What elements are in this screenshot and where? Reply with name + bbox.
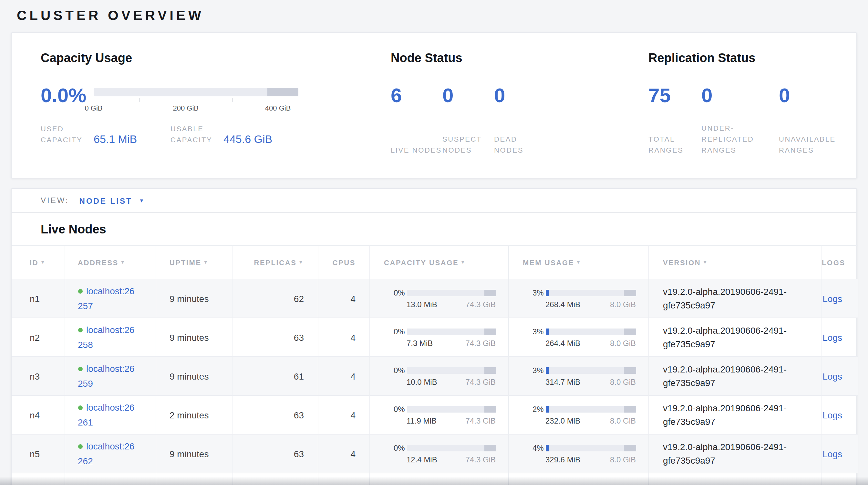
node-status-section: Node Status 6 LIVE NODES 0 SUSPECT NODES… [391, 51, 546, 156]
node-capacity-cell: 0% 7.3 MiB 74.3 GiB [369, 318, 508, 356]
memory-bar-reserved-segment [624, 367, 636, 373]
column-header[interactable]: VERSION▼ [648, 246, 821, 279]
node-live-status-icon [78, 444, 82, 449]
node-version: v19.2.0-alpha.20190606-2491-gfe735c9a97 [663, 363, 789, 390]
capacity-total-value: 74.3 GiB [466, 339, 496, 348]
node-address-link[interactable]: localhost:26259 [78, 364, 134, 388]
node-row: n4 localhost:26261 2 minutes 63 4 0% [11, 395, 858, 434]
capacity-percent: 0% [394, 443, 407, 452]
memory-bar-fill [546, 328, 549, 335]
memory-used-value: 314.7 MiB [546, 377, 580, 387]
node-uptime: 9 minutes [169, 371, 209, 381]
node-logs-cell: Logs [821, 279, 858, 318]
node-id: n2 [30, 332, 40, 342]
capacity-bar-reserved-segment [268, 88, 299, 96]
capacity-used-value: 12.4 MiB [407, 455, 437, 464]
node-cpus: 4 [350, 332, 355, 342]
memory-used-value: 264.4 MiB [546, 339, 580, 348]
memory-bar-reserved-segment [624, 289, 636, 296]
live-nodes-table: ID▼ ADDRESS▼ UPTIME▼ REPLICAS▼ CPUS▼ CAP… [11, 245, 858, 485]
node-id: n4 [30, 410, 40, 420]
cluster-overview-page: CLUSTER OVERVIEW Capacity Usage 0.0% 0 G… [0, 0, 868, 485]
node-logs-link[interactable]: Logs [823, 449, 842, 459]
node-logs-link[interactable]: Logs [823, 293, 842, 304]
usable-capacity-label: USABLE CAPACITY [170, 123, 223, 145]
sort-caret-icon: ▼ [204, 260, 209, 264]
node-address-link[interactable]: localhost:26258 [78, 325, 134, 349]
node-uptime: 9 minutes [169, 449, 209, 459]
node-id-cell: n2 [11, 318, 65, 356]
column-header[interactable]: CPUS▼ [318, 246, 369, 279]
node-logs-link[interactable]: Logs [823, 371, 842, 381]
capacity-usage-bar [407, 367, 496, 373]
node-status-stat: 0 SUSPECT NODES [442, 85, 494, 156]
view-dropdown-value: NODE LIST [80, 197, 132, 206]
node-list-card: VIEW: NODE LIST ▼ Live Nodes ID▼ ADDRESS… [11, 188, 857, 485]
column-header[interactable]: ADDRESS▼ [65, 246, 156, 279]
node-address-link[interactable]: localhost:26262 [78, 441, 134, 466]
capacity-percent: 0% [394, 327, 407, 336]
node-uptime-cell: 9 minutes [156, 318, 232, 356]
column-header-label: ADDRESS [78, 258, 119, 266]
node-replicas: 63 [294, 332, 304, 342]
column-header[interactable]: LOGS▼ [821, 246, 858, 279]
column-header[interactable]: MEM USAGE▼ [508, 246, 648, 279]
memory-bar-fill [546, 406, 549, 412]
column-header[interactable]: REPLICAS▼ [232, 246, 318, 279]
node-memory-cell: 3% 268.4 MiB 8.0 GiB [508, 279, 648, 318]
cluster-summary-card: Capacity Usage 0.0% 0 GiB 200 GiB 400 Gi… [11, 32, 857, 178]
node-id-cell: n4 [11, 395, 65, 434]
capacity-percent: 0% [394, 366, 407, 375]
node-address-link[interactable]: localhost:26257 [78, 286, 134, 311]
node-uptime: 2 minutes [169, 410, 209, 420]
node-capacity-cell: 0% 12.4 MiB 74.3 GiB [369, 434, 508, 473]
sort-caret-icon: ▼ [703, 260, 708, 264]
column-header[interactable]: ID▼ [11, 246, 65, 279]
node-cpus-cell: 4 [318, 279, 369, 318]
stat-value: 0 [442, 85, 494, 106]
node-cpus: 4 [350, 449, 355, 459]
memory-usage-bar [546, 406, 636, 412]
node-memory-cell: 3% 264.4 MiB 8.0 GiB [508, 318, 648, 356]
node-logs-link[interactable]: Logs [823, 332, 842, 342]
memory-bar-reserved-segment [624, 445, 636, 451]
capacity-usage-bar [407, 328, 496, 335]
node-logs-cell: Logs [821, 318, 858, 356]
node-logs-link[interactable]: Logs [823, 410, 842, 420]
usable-capacity-value: 445.6 GiB [223, 134, 272, 145]
node-version-cell: v19.2.0-alpha.20190606-2491-gfe735c9a97 [648, 279, 821, 318]
memory-usage-bar [546, 328, 636, 335]
node-address-link[interactable]: localhost:26261 [78, 402, 134, 427]
node-row: n2 localhost:26258 9 minutes 63 4 0% [11, 318, 858, 356]
memory-usage-bar [546, 289, 636, 296]
replication-stat: 75 TOTAL RANGES [648, 85, 702, 156]
node-uptime-cell: 9 minutes [156, 434, 232, 473]
node-version: v19.2.0-alpha.20190606-2491-gfe735c9a97 [663, 324, 789, 351]
replication-status-heading: Replication Status [648, 51, 843, 65]
node-id-cell: n1 [11, 279, 65, 318]
node-version: v19.2.0-alpha.20190606-2491-gfe735c9a97 [663, 285, 789, 312]
node-address-cell: localhost:26259 [65, 356, 156, 395]
column-header[interactable]: UPTIME▼ [156, 246, 232, 279]
memory-total-value: 8.0 GiB [610, 416, 636, 425]
node-address-cell: localhost:26258 [65, 318, 156, 356]
view-dropdown[interactable]: NODE LIST ▼ [80, 195, 144, 206]
column-header-label: ID [30, 258, 38, 266]
used-capacity-value: 65.1 MiB [94, 134, 137, 145]
column-header[interactable]: CAPACITY USAGE▼ [369, 246, 508, 279]
replication-stat: 0 UNDER-REPLICATED RANGES [702, 85, 779, 156]
memory-percent: 3% [532, 327, 546, 336]
node-id-cell: n5 [11, 434, 65, 473]
axis-label: 400 GiB [265, 104, 291, 112]
node-live-status-icon [78, 289, 82, 293]
node-memory-cell: 3% 314.7 MiB 8.0 GiB [508, 356, 648, 395]
node-version-cell: v19.2.0-alpha.20190606-2491-gfe735c9a97 [648, 356, 821, 395]
node-live-status-icon [78, 328, 82, 333]
stat-label: SUSPECT NODES [442, 134, 495, 156]
stat-label: TOTAL RANGES [648, 134, 702, 156]
node-row: n1 localhost:26257 9 minutes 62 4 0% [11, 279, 858, 318]
stat-value: 75 [648, 85, 702, 106]
sort-caret-icon: ▼ [40, 260, 45, 264]
memory-bar-fill [546, 445, 549, 451]
sort-caret-icon: ▼ [461, 260, 466, 264]
